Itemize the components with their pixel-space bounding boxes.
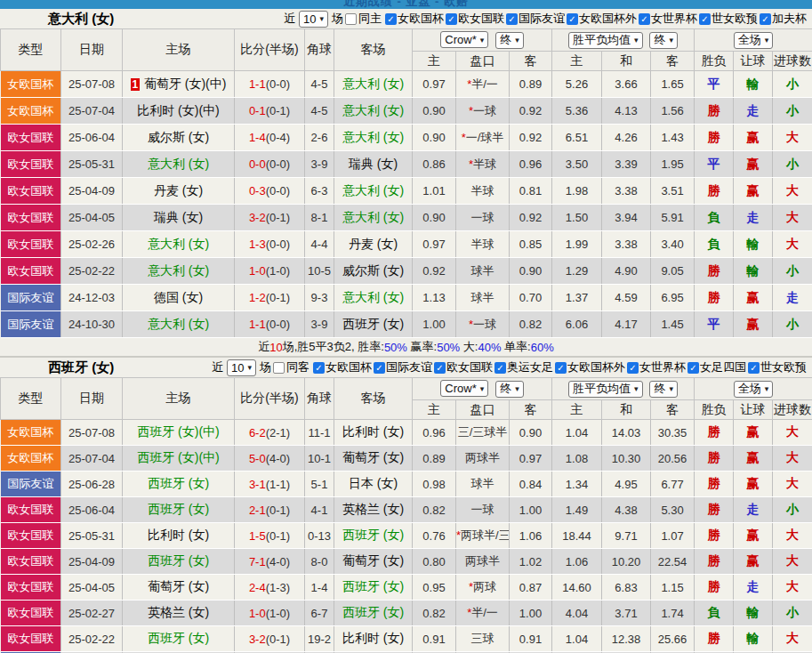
league-filter[interactable]: ✓女欧国杯 <box>313 359 372 375</box>
home-team[interactable]: 葡萄牙 (女)(中) <box>144 77 227 91</box>
checkbox-checked-icon[interactable]: ✓ <box>494 362 506 374</box>
home-team[interactable]: 西班牙 (女) <box>148 553 209 568</box>
away-team[interactable]: 意大利 (女) <box>342 103 404 117</box>
checkbox-checked-icon[interactable]: ✓ <box>434 362 446 374</box>
home-team[interactable]: 意大利 (女) <box>148 157 209 171</box>
league-filter[interactable]: ✓女欧国杯 <box>385 11 444 27</box>
away-team[interactable]: 比利时 (女) <box>342 631 404 645</box>
chevron-down-icon: ▾ <box>480 36 485 44</box>
home-team-cell: 威尔斯 (女) <box>123 125 235 151</box>
away-team[interactable]: 葡萄牙 (女) <box>342 450 404 464</box>
avg-stage-select[interactable]: 终 ▾ <box>649 32 678 49</box>
col-header-home: 主场 <box>123 378 235 420</box>
away-team[interactable]: 意大利 (女) <box>342 77 404 91</box>
home-team[interactable]: 英格兰 (女) <box>148 605 209 619</box>
competition-type-badge: 欧女国联 <box>1 151 61 177</box>
home-team[interactable]: 葡萄牙 (女) <box>148 579 209 593</box>
checkbox-checked-icon[interactable]: ✓ <box>627 362 639 374</box>
avg-draw-odds: 4.26 <box>602 125 651 151</box>
away-team[interactable]: 西班牙 (女) <box>342 579 404 593</box>
odds-stage-select[interactable]: 终 ▾ <box>495 32 524 49</box>
away-team[interactable]: 意大利 (女) <box>342 183 404 198</box>
avg-type-select[interactable]: 胜平负均值 ▾ <box>568 32 643 49</box>
away-team[interactable]: 丹麦 (女) <box>349 237 398 251</box>
home-team[interactable]: 比利时 (女) <box>148 528 209 542</box>
checkbox-checked-icon[interactable]: ✓ <box>446 13 457 25</box>
away-team[interactable]: 日本 (女) <box>349 476 398 490</box>
win-draw-loss-result: 負 <box>695 601 734 626</box>
home-team[interactable]: 威尔斯 (女) <box>148 130 209 144</box>
league-filter[interactable]: ✓欧女国联 <box>434 359 493 375</box>
corners: 8-1 <box>305 205 334 231</box>
checkbox-checked-icon[interactable]: ✓ <box>567 13 578 25</box>
win-draw-loss-result: 勝 <box>695 626 734 652</box>
away-team[interactable]: 葡萄牙 (女) <box>342 553 404 568</box>
score-cell: 1-2(0-1) <box>235 285 305 311</box>
away-team[interactable]: 比利时 (女) <box>342 424 404 439</box>
half-time-score: (0-1) <box>266 529 290 543</box>
checkbox-checked-icon[interactable]: ✓ <box>639 13 650 25</box>
league-filter[interactable]: ✓女欧国杯外 <box>567 11 637 27</box>
avg-type-select[interactable]: 胜平负均值 ▾ <box>568 381 643 398</box>
league-filter[interactable]: ✓女世界杯 <box>627 359 686 375</box>
recent-count-select[interactable]: 10 ▾ <box>227 359 256 376</box>
home-team[interactable]: 西班牙 (女) <box>148 502 209 516</box>
avg-win-odds: 6.51 <box>552 125 602 151</box>
away-team[interactable]: 英格兰 (女) <box>342 502 404 516</box>
away-team[interactable]: 威尔斯 (女) <box>342 263 404 278</box>
checkbox-checked-icon[interactable]: ✓ <box>748 362 760 374</box>
checkbox-checked-icon[interactable]: ✓ <box>555 362 567 374</box>
match-date: 25-05-31 <box>61 151 123 178</box>
league-filter[interactable]: ✓奥运女足 <box>494 359 553 375</box>
away-team[interactable]: 西班牙 (女) <box>342 528 404 542</box>
away-team[interactable]: 瑞典 (女) <box>349 157 398 171</box>
away-team[interactable]: 意大利 (女) <box>342 130 404 144</box>
avg-stage-select[interactable]: 终 ▾ <box>649 381 678 398</box>
league-filter[interactable]: ✓世女欧预 <box>699 11 758 27</box>
score-cell: 0-3(0-0) <box>235 178 305 205</box>
league-filter[interactable]: ✓女世界杯 <box>639 11 697 27</box>
away-team[interactable]: 西班牙 (女) <box>342 605 404 619</box>
same-venue-checkbox[interactable] <box>273 362 285 374</box>
checkbox-checked-icon[interactable]: ✓ <box>760 13 771 25</box>
checkbox-checked-icon[interactable]: ✓ <box>699 13 711 25</box>
checkbox-checked-icon[interactable]: ✓ <box>374 362 385 374</box>
handicap-line: 半/一 <box>471 606 498 619</box>
scope-select[interactable]: 全场 ▾ <box>734 381 774 398</box>
league-filter[interactable]: ✓加夫杯 <box>760 11 807 27</box>
away-team[interactable]: 意大利 (女) <box>342 290 404 304</box>
odds-stage-select[interactable]: 终 ▾ <box>495 381 524 398</box>
away-team-cell: 意大利 (女) <box>334 125 413 151</box>
checkbox-checked-icon[interactable]: ✓ <box>313 362 325 374</box>
home-team[interactable]: 西班牙 (女) <box>148 476 209 490</box>
league-filter[interactable]: ✓世女欧预 <box>748 359 807 375</box>
league-filter[interactable]: ✓欧女国联 <box>446 11 504 27</box>
checkbox-checked-icon[interactable]: ✓ <box>385 13 397 25</box>
away-team[interactable]: 意大利 (女) <box>342 210 404 224</box>
home-team[interactable]: 瑞典 (女) <box>154 210 203 224</box>
same-venue-checkbox[interactable] <box>345 13 357 25</box>
top-nav-links[interactable]: 近期战绩 - 亚盘 - 欧赔 <box>0 0 812 9</box>
league-filter[interactable]: ✓女欧国杯外 <box>555 359 625 375</box>
home-team[interactable]: 西班牙 (女)(中) <box>137 424 220 439</box>
home-team[interactable]: 意大利 (女) <box>148 237 209 251</box>
home-team[interactable]: 德国 (女) <box>154 290 203 304</box>
home-team[interactable]: 比利时 (女)(中) <box>137 103 220 117</box>
home-team[interactable]: 意大利 (女) <box>148 263 209 278</box>
home-team[interactable]: 丹麦 (女) <box>154 183 203 198</box>
odds-company-select[interactable]: Crow* ▾ <box>440 31 488 48</box>
home-team[interactable]: 西班牙 (女) <box>148 631 209 645</box>
checkbox-checked-icon[interactable]: ✓ <box>687 362 699 374</box>
league-filter[interactable]: ✓女足四国 <box>687 359 746 375</box>
odds-company-select[interactable]: Crow* ▾ <box>440 380 488 397</box>
league-filter[interactable]: ✓国际友谊 <box>506 11 565 27</box>
scope-select[interactable]: 全场 ▾ <box>734 32 774 49</box>
avg-draw-odds: 3.94 <box>602 205 651 231</box>
league-filter[interactable]: ✓国际友谊 <box>374 359 432 375</box>
win-draw-loss-result: 勝 <box>695 420 734 446</box>
recent-count-select[interactable]: 10 ▾ <box>299 11 328 28</box>
home-team[interactable]: 西班牙 (女)(中) <box>137 450 220 464</box>
checkbox-checked-icon[interactable]: ✓ <box>506 13 518 25</box>
away-team[interactable]: 西班牙 (女) <box>342 317 404 331</box>
home-team[interactable]: 意大利 (女) <box>148 317 209 331</box>
